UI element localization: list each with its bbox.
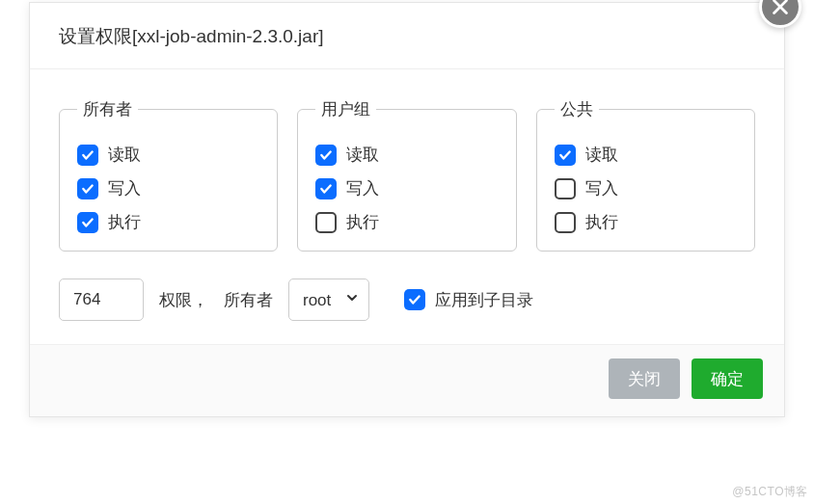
close-icon [770, 0, 791, 17]
permission-numeric-input[interactable] [59, 279, 144, 321]
owner-read-label: 读取 [108, 144, 141, 166]
permission-label: 权限， [159, 289, 208, 311]
check-icon [558, 148, 572, 162]
owner-read-checkbox[interactable] [77, 145, 98, 166]
check-icon [81, 216, 95, 229]
confirm-button[interactable]: 确定 [692, 358, 763, 399]
owner-select-wrap: root [288, 279, 369, 321]
group-write-checkbox[interactable] [315, 178, 337, 199]
check-icon [408, 293, 421, 306]
public-write-label: 写入 [585, 177, 618, 199]
public-read-row[interactable]: 读取 [555, 144, 737, 166]
check-icon [319, 148, 333, 162]
public-read-checkbox[interactable] [555, 145, 576, 166]
dialog-footer: 关闭 确定 [30, 344, 784, 416]
public-write-row[interactable]: 写入 [555, 177, 737, 199]
public-execute-label: 执行 [585, 211, 618, 233]
owner-select[interactable]: root [288, 279, 369, 321]
group-write-label: 写入 [346, 177, 379, 199]
owner-read-row[interactable]: 读取 [77, 144, 259, 166]
owner-write-checkbox[interactable] [77, 178, 98, 199]
group-read-label: 读取 [346, 144, 379, 166]
check-icon [81, 148, 95, 162]
group-read-checkbox[interactable] [315, 145, 337, 166]
owner-execute-label: 执行 [108, 211, 141, 233]
group-execute-row[interactable]: 执行 [315, 211, 498, 233]
group-write-row[interactable]: 写入 [315, 177, 498, 199]
public-execute-checkbox[interactable] [555, 212, 576, 233]
bottom-row: 权限， 所有者 root 应用到子目录 [59, 279, 755, 321]
public-read-label: 读取 [585, 144, 618, 166]
apply-subdir-label: 应用到子目录 [435, 289, 533, 311]
owner-write-label: 写入 [108, 177, 141, 199]
public-group: 公共 读取 写入 执行 [536, 98, 755, 252]
public-write-checkbox[interactable] [555, 178, 576, 199]
group-execute-label: 执行 [346, 211, 379, 233]
apply-subdir-wrap[interactable]: 应用到子目录 [404, 289, 533, 311]
owner-legend: 所有者 [77, 98, 138, 120]
group-execute-checkbox[interactable] [315, 212, 337, 233]
owner-write-row[interactable]: 写入 [77, 177, 259, 199]
owner-label: 所有者 [224, 289, 273, 311]
cancel-button[interactable]: 关闭 [609, 358, 680, 399]
dialog-title: 设置权限[xxl-job-admin-2.3.0.jar] [59, 24, 755, 49]
check-icon [319, 182, 333, 196]
dialog-body: 所有者 读取 写入 执行 用户组 读取 [30, 69, 784, 344]
apply-subdir-checkbox[interactable] [404, 289, 425, 310]
watermark: @51CTO博客 [732, 484, 808, 500]
dialog-header: 设置权限[xxl-job-admin-2.3.0.jar] [30, 3, 784, 69]
owner-execute-checkbox[interactable] [77, 212, 98, 233]
check-icon [81, 182, 95, 196]
group-legend: 用户组 [315, 98, 376, 120]
group-read-row[interactable]: 读取 [315, 144, 498, 166]
group-group: 用户组 读取 写入 执行 [297, 98, 516, 252]
owner-group: 所有者 读取 写入 执行 [59, 98, 278, 252]
owner-execute-row[interactable]: 执行 [77, 211, 259, 233]
permission-dialog: 设置权限[xxl-job-admin-2.3.0.jar] 所有者 读取 写入 … [29, 2, 785, 417]
public-execute-row[interactable]: 执行 [555, 211, 737, 233]
permission-groups: 所有者 读取 写入 执行 用户组 读取 [59, 98, 755, 252]
public-legend: 公共 [555, 98, 599, 120]
